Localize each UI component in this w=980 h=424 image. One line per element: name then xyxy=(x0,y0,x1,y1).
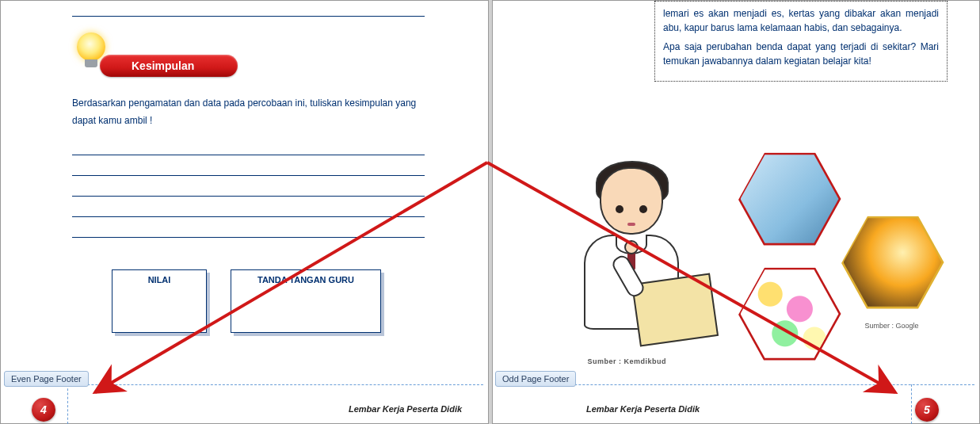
hex-ice-cubes-icon xyxy=(738,147,841,250)
document-spread: Kesimpulan Berdasarkan pengamatan dan da… xyxy=(0,0,980,424)
boy-source-caption: Sumber : Kemdikbud xyxy=(588,357,667,365)
boy-thinking-icon xyxy=(540,167,707,357)
right-page-body: lemari es akan menjadi es, kertas yang d… xyxy=(493,1,980,365)
left-page-body: Kesimpulan Berdasarkan pengamatan dan da… xyxy=(1,1,488,365)
page-odd[interactable]: lemari es akan menjadi es, kertas yang d… xyxy=(492,0,981,424)
nilai-label: NILAI xyxy=(148,275,171,285)
footer-text-left: Lembar Kerja Peserta Didik xyxy=(349,404,462,414)
writing-line xyxy=(72,199,425,217)
ttd-label: TANDA TANGAN GURU xyxy=(257,275,354,285)
writing-line xyxy=(72,1,425,17)
footer-margin-right xyxy=(911,384,912,424)
instruction-text: Berdasarkan pengamatan dan data pada per… xyxy=(72,94,425,129)
signature-row: NILAI TANDA TANGAN GURU xyxy=(72,269,425,333)
kesimpulan-pill: Kesimpulan xyxy=(100,55,238,77)
nilai-box: NILAI xyxy=(112,269,207,333)
hex-source-caption: Sumber : Google xyxy=(865,322,919,330)
page-even[interactable]: Kesimpulan Berdasarkan pengamatan dan da… xyxy=(0,0,489,424)
page-number-badge-4: 4 xyxy=(32,398,55,422)
ttd-guru-box: TANDA TANGAN GURU xyxy=(231,269,381,333)
writing-line xyxy=(72,178,425,197)
even-footer-tab[interactable]: Even Page Footer xyxy=(4,371,89,387)
writing-line xyxy=(72,137,425,155)
page-number-badge-5: 5 xyxy=(915,398,939,422)
writing-line xyxy=(72,220,425,238)
footer-text-right: Lembar Kerja Peserta Didik xyxy=(586,404,700,414)
illustrations-area: Sumber : Kemdikbud Sumber : Google xyxy=(532,136,948,365)
hex-burning-paper-icon xyxy=(841,211,944,314)
intro-para-1: lemari es akan menjadi es, kertas yang d… xyxy=(663,6,939,35)
intro-textbox: lemari es akan menjadi es, kertas yang d… xyxy=(654,1,948,82)
writing-line xyxy=(72,158,425,176)
kesimpulan-heading: Kesimpulan xyxy=(72,40,425,80)
odd-footer-tab[interactable]: Odd Page Footer xyxy=(495,371,576,387)
intro-para-2: Apa saja perubahan benda dapat yang terj… xyxy=(663,40,939,68)
answer-lines xyxy=(72,137,425,238)
hex-mothballs-icon xyxy=(738,262,841,365)
footer-margin-left xyxy=(67,384,68,424)
